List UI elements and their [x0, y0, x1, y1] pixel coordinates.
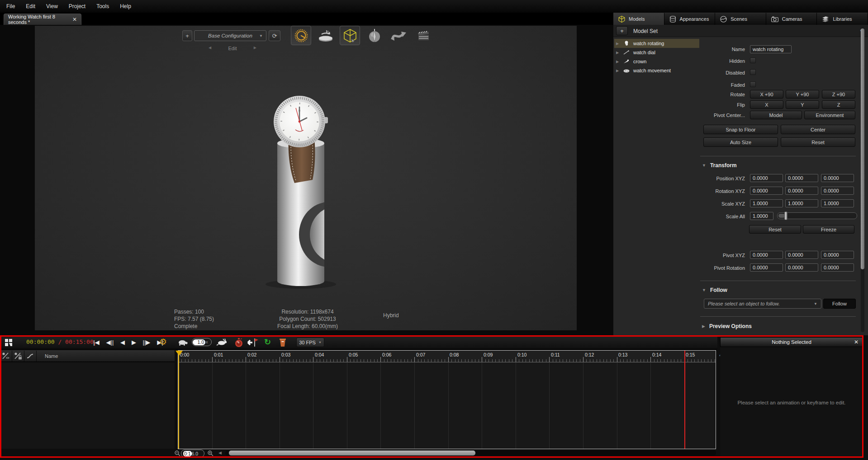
add-model-set-button[interactable]: + [616, 26, 628, 35]
expander-icon[interactable]: ▶ [616, 69, 620, 73]
timeline-ruler[interactable]: 0:00 0:01 0:02 0:03 0:04 0:05 0:06 0:07 … [178, 351, 716, 362]
disabled-checkbox[interactable] [750, 69, 756, 75]
pivot-center-model-button[interactable]: Model [750, 111, 802, 119]
rotation-z-field[interactable]: 0.0000 [821, 187, 854, 195]
scale-all-field[interactable]: 1.0000 [750, 212, 773, 220]
edit-label[interactable]: Edit [228, 46, 237, 51]
track-list-area[interactable] [0, 362, 175, 449]
loop-icon[interactable]: ↻ [264, 337, 271, 347]
timeline-windows-icon[interactable] [5, 338, 13, 347]
playhead-line[interactable] [684, 351, 685, 449]
trash-icon[interactable] [279, 338, 287, 347]
rotate-x-button[interactable]: X +90 [750, 90, 783, 99]
follow-section-header[interactable]: ▼ Follow [702, 287, 727, 293]
menu-edit[interactable]: Edit [26, 3, 35, 9]
environment-dome-button[interactable] [364, 26, 384, 45]
tab-libraries[interactable]: Libraries [817, 13, 868, 25]
reset-button[interactable]: Reset [781, 137, 855, 147]
timeline-track-area[interactable]: 0:00 0:01 0:02 0:03 0:04 0:05 0:06 0:07 … [178, 350, 716, 449]
scale-all-slider[interactable] [777, 212, 857, 219]
document-tab[interactable]: Working Watch first 8 seconds * ✕ [4, 14, 81, 25]
expander-icon[interactable]: ▶ [616, 60, 620, 64]
playback-speed-field[interactable]: 1.0 x [192, 338, 212, 346]
transform-section-header[interactable]: ▼ Transform [702, 162, 737, 169]
panel-scrollbar[interactable] [861, 27, 864, 332]
configuration-dropdown[interactable]: Base Configuration ▼ [194, 30, 266, 41]
tab-appearances[interactable]: Appearances [664, 13, 716, 25]
follow-button[interactable]: Follow [823, 299, 856, 309]
rotation-x-field[interactable]: 0.0000 [750, 187, 783, 195]
hidden-checkbox[interactable] [750, 57, 756, 63]
menu-file[interactable]: File [6, 3, 15, 9]
auto-size-button[interactable]: Auto Size [703, 137, 778, 147]
pivot-rotation-z-field[interactable]: 0.0000 [821, 263, 854, 272]
transform-reset-button[interactable]: Reset [749, 225, 801, 234]
performance-mode-button[interactable] [291, 26, 311, 45]
stopwatch-icon[interactable] [234, 338, 243, 347]
tab-close-icon[interactable]: ✕ [72, 16, 77, 23]
expander-icon[interactable]: ▶ [616, 51, 620, 55]
snap-to-floor-button[interactable]: Snap to Floor [703, 125, 778, 134]
pivot-y-field[interactable]: 0.0000 [785, 251, 818, 259]
jump-to-flag-icon[interactable] [247, 338, 259, 347]
menu-help[interactable]: Help [120, 3, 131, 9]
edit-prev-icon[interactable]: ◀ [209, 46, 211, 51]
turntable-button[interactable] [315, 26, 336, 45]
pivot-x-field[interactable]: 0.0000 [750, 251, 783, 259]
animation-button[interactable] [413, 26, 433, 45]
name-input[interactable]: watch rotating [750, 45, 792, 53]
transition-button[interactable] [389, 26, 409, 45]
scale-x-field[interactable]: 1.0000 [750, 199, 783, 207]
menu-project[interactable]: Project [69, 3, 85, 9]
viewport[interactable]: + Base Configuration ▼ ⟳ ◀ Edit ▶ [35, 26, 577, 330]
transform-freeze-button[interactable]: Freeze [803, 225, 854, 234]
pivot-rotation-x-field[interactable]: 0.0000 [750, 263, 783, 272]
tab-models[interactable]: Models [613, 13, 664, 25]
preview-options-header[interactable]: ▶ Preview Options [702, 323, 752, 329]
add-configuration-button[interactable]: + [182, 30, 192, 41]
position-y-field[interactable]: 0.0000 [785, 174, 818, 182]
skip-to-start-button[interactable]: |◀ [90, 337, 102, 347]
rotate-z-button[interactable]: Z +90 [822, 90, 855, 99]
menu-view[interactable]: View [46, 3, 58, 9]
play-backward-button[interactable]: ◀ [118, 337, 128, 347]
position-z-field[interactable]: 0.0000 [821, 174, 854, 182]
name-column-header[interactable]: Name [45, 353, 58, 359]
zoom-in-icon[interactable] [207, 450, 213, 456]
rotation-y-field[interactable]: 0.0000 [785, 187, 818, 195]
hscroll-left-icon[interactable]: ◀ [218, 451, 222, 455]
expander-icon[interactable]: ▶ [616, 42, 620, 46]
scale-y-field[interactable]: 1.0000 [785, 199, 818, 207]
tab-cameras[interactable]: Cameras [766, 13, 817, 25]
inspector-close-icon[interactable]: ✕ [854, 339, 859, 345]
rabbit-icon[interactable] [216, 338, 228, 346]
scale-z-field[interactable]: 1.0000 [821, 199, 854, 207]
menu-tools[interactable]: Tools [96, 3, 109, 9]
frame-back-button[interactable]: ◀|| [104, 337, 116, 347]
turtle-icon[interactable] [177, 339, 188, 346]
flip-z-button[interactable]: Z [822, 100, 855, 109]
timeline-hscrollbar-thumb[interactable] [229, 451, 475, 455]
slider-handle[interactable] [784, 211, 787, 220]
timeline-range-field[interactable]: 0:1 6.0 [181, 450, 204, 457]
flip-x-button[interactable]: X [750, 100, 783, 109]
tab-scenes[interactable]: Scenes [715, 13, 766, 25]
timeline-grid[interactable] [178, 362, 716, 449]
position-x-field[interactable]: 0.0000 [750, 174, 783, 182]
start-marker-line[interactable] [178, 351, 179, 449]
zoom-out-icon[interactable] [174, 450, 180, 456]
panel-scrollbar-thumb[interactable] [861, 28, 864, 269]
animation-visibility-toggle[interactable] [0, 351, 12, 361]
follow-object-dropdown[interactable]: Please select an object to follow. ▼ [704, 299, 821, 309]
sync-configuration-button[interactable]: ⟳ [269, 30, 280, 41]
animation-lock-toggle[interactable] [12, 351, 24, 361]
move-tool-button[interactable] [340, 26, 360, 45]
play-button[interactable]: ▶ [129, 337, 139, 347]
curves-toggle[interactable] [24, 351, 37, 361]
edit-next-icon[interactable]: ▶ [254, 46, 256, 51]
faded-checkbox[interactable] [750, 81, 756, 87]
timeline-settings-gear-icon[interactable]: ⚙ [159, 337, 167, 347]
start-marker-handle[interactable] [175, 351, 183, 356]
pivot-z-field[interactable]: 0.0000 [821, 251, 854, 259]
rotate-y-button[interactable]: Y +90 [786, 90, 819, 99]
